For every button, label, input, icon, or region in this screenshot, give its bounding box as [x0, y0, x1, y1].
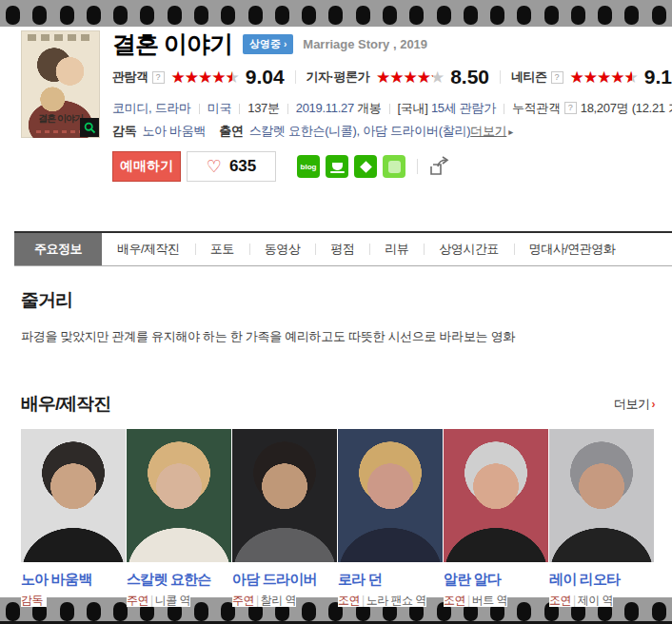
film-sprocket-hole [6, 6, 20, 25]
heart-icon: ♡ [207, 158, 222, 175]
star-rating: ★★★★★ ★★★★★ [570, 69, 638, 86]
director-link[interactable]: 노아 바움백 [142, 124, 206, 138]
tab-photos[interactable]: 포토 [195, 233, 249, 265]
cast-name-link[interactable]: 레이 리오타 [549, 571, 654, 589]
cast-grid: 노아 바움백 감독 스칼렛 요한슨 주연|니콜 역 아담 드라이버 주연|찰리 … [21, 429, 655, 608]
booking-button[interactable]: 예매하기 [112, 151, 181, 182]
role-divider: | [571, 594, 578, 607]
cast-photo[interactable] [21, 429, 126, 562]
cast-name-link[interactable]: 노아 바움백 [21, 571, 126, 589]
now-showing-label: 상영중 [249, 37, 281, 51]
line-glyph [388, 161, 401, 173]
country-link[interactable]: 미국 [208, 101, 231, 115]
english-title: Marriage Story , 2019 [303, 37, 427, 51]
line-icon[interactable] [383, 155, 405, 178]
age-rating-link[interactable]: 15세 관람가 [431, 101, 496, 115]
divider [239, 104, 240, 114]
role-type: 조연 [444, 594, 465, 607]
role-name: 제이 역 [578, 594, 613, 607]
now-showing-badge[interactable]: 상영중 › [243, 34, 293, 54]
tab-quotes-related[interactable]: 명대사/연관영화 [514, 233, 631, 265]
film-sprocket-hole [437, 6, 451, 25]
film-sprocket-hole [113, 6, 128, 25]
poster-zoom-button[interactable] [80, 118, 99, 137]
credits-more-link[interactable]: 더보기 [470, 124, 506, 138]
cast-photo[interactable] [127, 429, 231, 562]
cast-card: 스칼렛 요한슨 주연|니콜 역 [127, 429, 231, 608]
cast-photo[interactable] [232, 429, 337, 562]
film-sprocket-hole [544, 6, 559, 25]
cast-links[interactable]: 스칼렛 요한슨(니콜), 아담 드라이버(찰리) [249, 124, 471, 138]
film-sprocket-hole [221, 6, 235, 25]
role-divider: | [148, 594, 155, 607]
film-sprocket-hole [490, 6, 504, 25]
cast-card: 로라 던 조연|노라 팬쇼 역 [338, 429, 443, 608]
cast-name-link[interactable]: 스칼렛 요한슨 [127, 571, 231, 589]
tab-cast-crew[interactable]: 배우/제작진 [102, 233, 195, 265]
cast-photo[interactable] [444, 429, 548, 562]
release-date-link[interactable]: 2019.11.27 [296, 101, 354, 115]
chevron-right-icon: › [652, 398, 656, 411]
cast-card: 아담 드라이버 주연|찰리 역 [232, 429, 337, 608]
blog-label: blog [301, 163, 317, 171]
genre-link[interactable]: 코미디, 드라마 [112, 101, 191, 115]
rating-label: 네티즌 [511, 68, 547, 86]
naver-blog-icon[interactable]: blog [297, 155, 320, 178]
role-type: 조연 [549, 594, 571, 607]
cast-photo[interactable] [549, 429, 654, 562]
film-strip-top [0, 0, 672, 27]
cast-name-link[interactable]: 알란 알다 [444, 571, 548, 589]
film-sprocket-hole [652, 602, 666, 621]
chevron-right-icon: › [284, 39, 287, 49]
movie-info: 결혼 이야기 상영중 › Marriage Story , 2019 관람객 ?… [112, 29, 672, 182]
role-name: 버트 역 [472, 594, 507, 607]
tab-showtimes[interactable]: 상영시간표 [424, 233, 514, 265]
film-sprocket-hole [248, 6, 263, 25]
share-button[interactable] [429, 156, 451, 178]
rating-netizen: 네티즌 ? ★★★★★ ★★★★★ 9.13 [511, 66, 672, 88]
film-sprocket-hole [328, 6, 343, 25]
role-divider [43, 594, 47, 607]
chevron-right-icon: ▸ [508, 127, 513, 137]
cast-name-link[interactable]: 로라 던 [338, 571, 443, 589]
cast-name-link[interactable]: 아담 드라이버 [232, 571, 337, 589]
help-icon[interactable]: ? [152, 71, 165, 84]
release-suffix: 개봉 [357, 101, 381, 115]
tab-main-info[interactable]: 주요정보 [14, 233, 102, 265]
stars-filled: ★★★★★ [376, 69, 434, 86]
film-sprocket-hole [383, 6, 397, 25]
divider [287, 104, 288, 114]
tab-reviews[interactable]: 리뷰 [369, 233, 424, 265]
poster-award-laurels [28, 34, 93, 41]
stars-filled: ★★★★★ [570, 69, 632, 86]
tab-ratings[interactable]: 평점 [315, 233, 369, 265]
synopsis-section: 줄거리 파경을 맞았지만 관계를 유지해야 하는 한 가족을 예리하고도 따뜻한… [21, 288, 651, 345]
naver-band-icon[interactable] [354, 155, 377, 178]
film-sprocket-hole [32, 6, 47, 25]
movie-poster[interactable]: 결혼 이야기 [21, 30, 100, 138]
like-button[interactable]: ♡ 635 [187, 151, 276, 182]
naver-cafe-icon[interactable] [326, 155, 348, 178]
cast-more-link[interactable]: 더보기› [614, 396, 655, 413]
cast-card: 알란 알다 조연|버트 역 [444, 429, 548, 608]
tab-videos[interactable]: 동영상 [249, 233, 316, 265]
rating-score: 9.04 [246, 66, 285, 88]
role-type: 주연 [127, 594, 148, 607]
role-divider: | [465, 594, 472, 607]
title-row: 결혼 이야기 상영중 › Marriage Story , 2019 [112, 29, 672, 58]
like-count: 635 [229, 157, 256, 176]
rating-label: 관람객 [112, 68, 148, 86]
movie-detail-page: 결혼 이야기 결혼 이야기 상영중 › Marriage Story , 201… [0, 0, 672, 624]
help-icon[interactable]: ? [564, 102, 577, 114]
cast-photo[interactable] [338, 429, 443, 562]
help-icon[interactable]: ? [551, 71, 563, 84]
rating-audience: 관람객 ? ★★★★★ ★★★★★ 9.04 [112, 66, 285, 88]
role-type: 감독 [21, 594, 43, 607]
cast-role: 조연|버트 역 [444, 594, 546, 608]
cast-heading: 배우/제작진 [21, 392, 110, 417]
share-icon [429, 156, 451, 178]
cast-section-header: 배우/제작진 더보기› [21, 392, 655, 417]
runtime: 137분 [247, 101, 280, 115]
film-sprocket-hole [517, 6, 531, 25]
cast-role: 조연|노라 팬쇼 역 [338, 594, 441, 608]
